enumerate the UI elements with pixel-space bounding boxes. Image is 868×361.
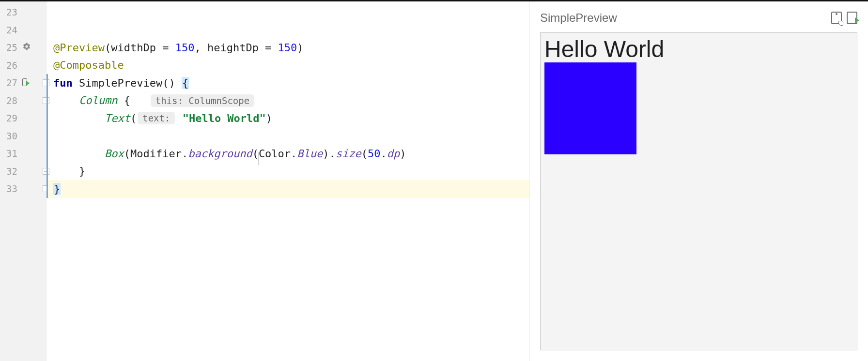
editor-gutter: 23 24 25 26 27 28 29 30 31 [0,1,46,361]
code-line[interactable]: fun SimplePreview() { [46,74,529,92]
gear-icon[interactable] [22,42,31,53]
code-line[interactable] [46,3,529,21]
change-marker [46,145,48,163]
inlay-hint: this: ColumnScope [151,94,254,107]
preview-title: SimplePreview [540,11,831,25]
code-line[interactable]: Column { this: ColumnScope [46,92,529,110]
code-line[interactable] [46,127,529,145]
change-marker [46,163,48,180]
code-line[interactable]: Box(Modifier.background(Color.Blue).size… [46,145,529,163]
compose-column: Hello World [544,37,853,154]
annotation: @Preview [53,42,105,54]
run-gutter-icon[interactable] [22,78,31,87]
code-line[interactable]: Text(text: "Hello World") [46,109,529,127]
line-number: 29 [0,113,19,123]
matched-brace: { [182,77,189,89]
inlay-hint: text: [138,112,175,124]
line-number: 31 [0,148,19,159]
line-number: 26 [0,60,19,71]
preview-actions [831,12,857,24]
change-marker [46,109,48,127]
line-number: 33 [0,183,19,194]
annotation: @Composable [53,59,124,71]
compose-text: Hello World [544,37,664,62]
code-line[interactable]: @Composable [46,57,529,75]
compose-box [544,62,636,154]
code-editor[interactable]: @Preview(widthDp = 150, heightDp = 150) … [46,1,529,361]
line-number: 32 [0,166,19,177]
compose-preview-panel: SimplePreview Hello World [529,1,868,361]
line-number: 23 [0,7,19,17]
line-number: 24 [0,25,19,35]
preview-canvas[interactable]: Hello World [540,32,857,350]
change-marker [46,92,48,110]
ide-root: 23 24 25 26 27 28 29 30 31 [0,0,868,361]
line-number: 30 [0,131,19,141]
matched-brace: } [53,183,61,195]
code-line[interactable] [46,21,529,39]
code-line[interactable]: } [46,163,529,180]
change-marker [46,74,48,92]
interactive-preview-icon[interactable] [831,12,842,24]
line-number: 28 [0,95,19,106]
deploy-preview-icon[interactable] [847,12,857,24]
preview-header: SimplePreview [540,8,857,28]
change-marker [46,127,48,145]
change-marker [46,180,48,198]
code-line-current[interactable]: } [46,180,529,198]
line-number: 27 [0,77,19,88]
line-number: 25 [0,42,19,53]
code-line[interactable]: @Preview(widthDp = 150, heightDp = 150) [46,39,529,57]
